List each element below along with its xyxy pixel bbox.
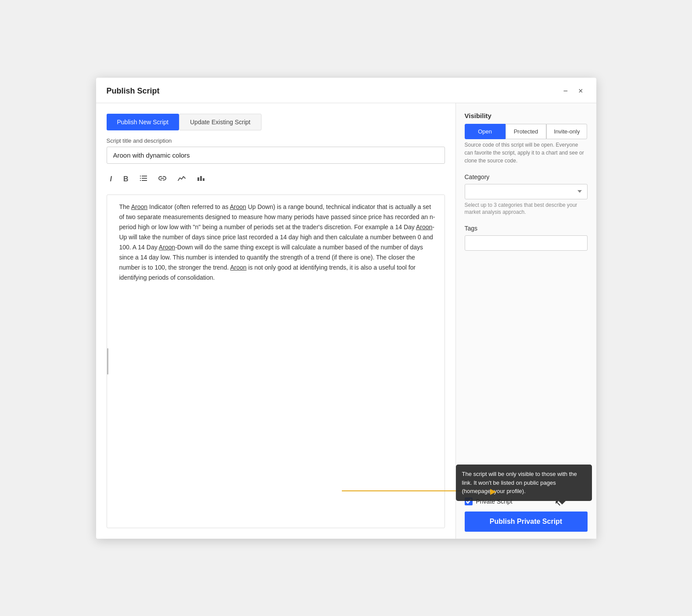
dialog-header: Publish Script − × [96,78,596,103]
svg-rect-7 [197,177,199,181]
tags-label: Tags [465,225,588,232]
category-section: Category Select up to 3 categories that … [465,173,588,216]
svg-rect-5 [142,180,147,181]
dialog-body: Publish New Script Update Existing Scrip… [96,103,596,539]
visibility-label: Visibility [465,112,588,119]
publish-button[interactable]: Publish Private Script [465,512,588,532]
svg-rect-3 [142,178,147,179]
scroll-indicator [107,348,108,375]
arrow-head: ▶ [490,486,496,496]
bold-button[interactable]: B [120,173,132,185]
svg-rect-2 [140,178,141,179]
svg-rect-1 [142,176,147,177]
visibility-description: Source code of this script will be open.… [465,141,588,165]
arrow-line [342,490,491,491]
editor-toolbar: I B [107,171,445,187]
minimize-button[interactable]: − [560,85,570,97]
line-chart-button[interactable] [174,173,189,185]
visibility-protected-button[interactable]: Protected [506,124,546,139]
category-select[interactable] [465,184,588,199]
category-hint: Select up to 3 categories that best desc… [465,202,588,216]
tab-publish-new[interactable]: Publish New Script [107,114,179,130]
link-button[interactable] [155,173,170,185]
sidebar-bottom: The script will be only visible to those… [465,490,588,532]
private-script-row: Private Script ↖ [465,497,588,505]
editor-area[interactable]: The Aroon Indicator (often referred to a… [107,195,445,528]
svg-rect-4 [140,180,141,181]
tooltip-bubble: The script will be only visible to those… [456,465,592,501]
cursor-icon: ↖ [555,498,561,508]
private-script-checkbox[interactable] [465,497,473,505]
title-section-label: Script title and description [107,137,445,144]
visibility-open-button[interactable]: Open [465,124,506,139]
bar-chart-button[interactable] [194,173,208,185]
header-controls: − × [560,85,585,97]
sidebar-panel: Visibility Open Protected Invite-only So… [456,103,596,539]
title-section: Script title and description [107,137,445,164]
svg-rect-0 [140,176,141,177]
main-panel: Publish New Script Update Existing Scrip… [96,103,456,539]
visibility-section: Visibility Open Protected Invite-only So… [465,112,588,165]
tab-group: Publish New Script Update Existing Scrip… [107,114,445,130]
visibility-group: Open Protected Invite-only [465,124,588,139]
private-script-label[interactable]: Private Script [476,498,513,505]
close-button[interactable]: × [576,85,586,97]
title-input[interactable] [107,147,445,164]
tags-input[interactable] [465,235,588,251]
category-label: Category [465,173,588,180]
publish-script-dialog: Publish Script − × Publish New Script Up… [96,78,596,539]
tab-update-existing[interactable]: Update Existing Script [179,114,262,130]
svg-rect-9 [203,178,204,181]
italic-button[interactable]: I [107,173,115,185]
svg-rect-8 [200,176,202,181]
visibility-invite-only-button[interactable]: Invite-only [546,124,587,139]
list-button[interactable] [136,173,151,185]
editor-content: The Aroon Indicator (often referred to a… [114,202,437,283]
dialog-title: Publish Script [107,86,160,96]
tags-section: Tags [465,225,588,251]
